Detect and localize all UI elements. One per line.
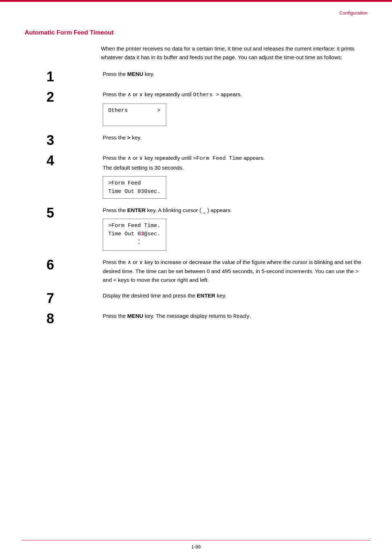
step-number-6: 6 [46, 258, 66, 272]
section-title: Automatic Form Feed Timeout [25, 29, 367, 36]
step-desc-8: Press the MENU key. The message display … [66, 312, 367, 321]
step-number-3: 3 [46, 133, 66, 147]
step-number-8: 8 [46, 312, 66, 325]
step-text-4: Press the ∧ or ∨ key repeatedly until >F… [103, 154, 367, 173]
step-text-3: Press the > key. [103, 133, 367, 142]
step-number-5: 5 [46, 206, 66, 220]
step-number-4: 4 [46, 154, 66, 167]
step-8: 8 Press the MENU key. The message displa… [46, 312, 367, 325]
bottom-border [22, 540, 370, 540]
step-text-8: Press the MENU key. The message display … [103, 312, 367, 321]
step-text-5: Press the ENTER key. A blinking cursor (… [103, 206, 367, 215]
step-number-7: 7 [46, 291, 66, 305]
step-desc-2: Press the ∧ or ∨ key repeatedly until Ot… [66, 90, 367, 131]
step-number-2: 2 [46, 90, 66, 104]
intro-text: When the printer receives no data for a … [101, 44, 367, 62]
step-7: 7 Display the desired time and press the… [46, 291, 367, 305]
page-footer: 1-99 [0, 544, 392, 550]
step-text-1: Press the MENU key. [103, 70, 367, 79]
lcd-display-5: >Form Feed Time. Time Out 030sec. ⬆⬇ [103, 219, 166, 251]
page-content: Automatic Form Feed Timeout When the pri… [25, 29, 367, 533]
steps-container: 1 Press the MENU key. 2 Press the ∧ or ∨… [46, 70, 367, 325]
step-5: 5 Press the ENTER key. A blinking cursor… [46, 206, 367, 256]
step-text-2: Press the ∧ or ∨ key repeatedly until Ot… [103, 90, 367, 100]
header-configuration: Configuration [339, 10, 367, 16]
step-text-7: Display the desired time and press the E… [103, 291, 367, 300]
step-6: 6 Press the ∧ or ∨ key to increase or de… [46, 258, 367, 285]
step-desc-1: Press the MENU key. [66, 70, 367, 79]
step-3: 3 Press the > key. [46, 133, 367, 147]
step-desc-5: Press the ENTER key. A blinking cursor (… [66, 206, 367, 256]
step-number-1: 1 [46, 70, 66, 84]
top-border [0, 0, 392, 2]
step-4: 4 Press the ∧ or ∨ key repeatedly until … [46, 154, 367, 204]
step-text-6: Press the ∧ or ∨ key to increase or decr… [103, 258, 367, 285]
step-2: 2 Press the ∧ or ∨ key repeatedly until … [46, 90, 367, 131]
lcd-display-2: Others > [103, 104, 166, 126]
step-desc-3: Press the > key. [66, 133, 367, 142]
step-desc-7: Display the desired time and press the E… [66, 291, 367, 300]
step-desc-6: Press the ∧ or ∨ key to increase or decr… [66, 258, 367, 285]
step-desc-4: Press the ∧ or ∨ key repeatedly until >F… [66, 154, 367, 204]
lcd-display-4: >Form Feed Time Out 030sec. [103, 176, 166, 199]
step-1: 1 Press the MENU key. [46, 70, 367, 84]
